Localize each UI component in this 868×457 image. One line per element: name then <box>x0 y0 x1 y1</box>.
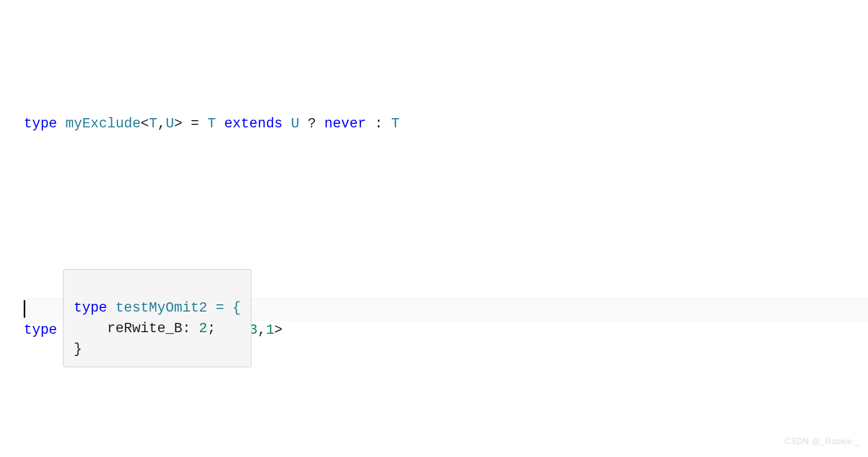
blank-line <box>24 423 868 444</box>
blank-line <box>24 217 868 237</box>
type-hint-tooltip: type testMyOmit2 = { reRwite_B: 2; } <box>63 269 252 367</box>
code-editor[interactable]: type myExclude<T,U> = T extends U ? neve… <box>0 0 868 457</box>
text-caret <box>24 300 25 318</box>
code-line: type myExclude<T,U> = T extends U ? neve… <box>24 113 868 134</box>
keyword-type: type <box>24 116 57 132</box>
